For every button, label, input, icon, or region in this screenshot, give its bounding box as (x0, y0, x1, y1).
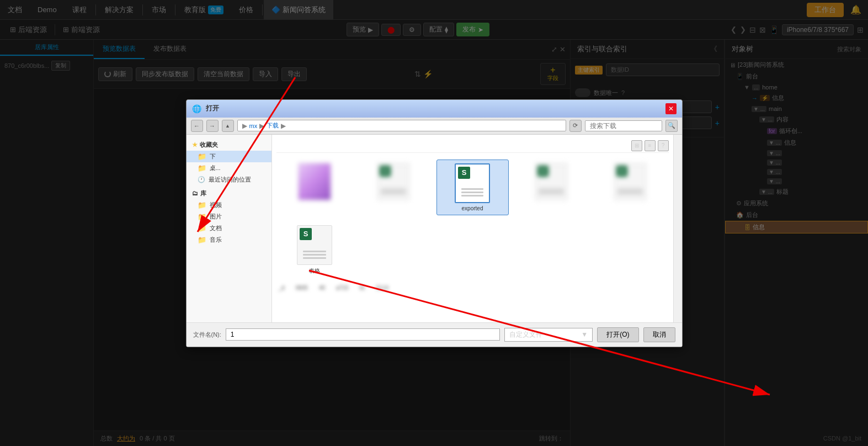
sidebar-item-recent[interactable]: 🕐 最近访问的位置 (187, 174, 271, 185)
bottom-text-3: 40 (319, 285, 325, 291)
folder-music-icon: 📁 (198, 236, 206, 244)
dialog-title-label: 打开 (206, 104, 219, 113)
files-grid: S S (276, 157, 669, 280)
sidebar-item-music[interactable]: 📁 音乐 (187, 234, 271, 246)
files-bottom-row: _d 0605 40 a715 9c 5114 (276, 280, 669, 293)
bottom-text-4: a715 (336, 285, 348, 291)
sidebar-favorites: ★ 收藏夹 📁 下 📁 桌... 🕐 最近访问的位置 (187, 139, 271, 185)
dialog-refresh-button[interactable]: ⟳ (569, 120, 582, 132)
file-item-exported-name: exported (462, 205, 483, 211)
filetype-dropdown[interactable]: 自定义文件 ▼ (504, 328, 593, 342)
dialog-search-button[interactable]: 🔍 (665, 120, 678, 132)
folder-desktop-icon: 📁 (198, 164, 206, 172)
filename-label: 文件名(N): (193, 331, 221, 339)
chrome-logo: 🌐 (192, 104, 201, 113)
bottom-text-5: 9c (359, 285, 365, 291)
dialog-close-button[interactable]: ✕ (665, 103, 677, 114)
file-item-image[interactable] (279, 160, 351, 215)
path-part-mx[interactable]: mx (249, 123, 258, 129)
file-item-excel-1[interactable]: S (358, 160, 430, 215)
dialog-search-input[interactable] (585, 120, 662, 131)
excel-icon-exported: S (455, 163, 490, 203)
dialog-sidebar: ★ 收藏夹 📁 下 📁 桌... 🕐 最近访问的位置 (187, 135, 272, 322)
excel-icon-blurred-3: S (614, 163, 647, 200)
spreadsheet-lines (301, 251, 328, 259)
dialog-main-area: ⊞ ≡ ? S (272, 135, 673, 322)
file-dialog: 🌐 打开 ✕ ← → ▲ ▶ mx ▶ 下载 ▶ ⟳ 🔍 (186, 99, 683, 347)
dialog-path: ▶ mx ▶ 下载 ▶ (237, 120, 566, 131)
file-item-spreadsheet[interactable]: S 表格 (279, 222, 351, 278)
dialog-view-toolbar: ⊞ ≡ ? (276, 139, 669, 153)
dialog-titlebar: 🌐 打开 ✕ (187, 100, 682, 118)
excel-icon-spreadsheet: S (297, 225, 332, 265)
bottom-text-1: _d (279, 285, 285, 291)
folder-video-icon: 📁 (198, 201, 206, 209)
bottom-text-2: 0605 (296, 285, 308, 291)
sidebar-library-header: 🗂 库 (187, 188, 271, 199)
dialog-up-button[interactable]: ▲ (222, 120, 234, 132)
bottom-text-6: 5114 (376, 285, 388, 291)
image-file-icon (298, 163, 331, 200)
dialog-title-area: 🌐 打开 (192, 104, 219, 113)
sidebar-favorites-header: ★ 收藏夹 (187, 139, 271, 151)
sidebar-item-desktop[interactable]: 📁 桌... (187, 162, 271, 174)
path-arrow-1: ▶ (259, 122, 264, 130)
file-item-exported[interactable]: S exported (436, 160, 509, 215)
sidebar-item-video[interactable]: 📁 视频 (187, 199, 271, 211)
sidebar-library: 🗂 库 📁 视频 📁 图片 📁 文档 (187, 188, 271, 246)
dialog-scrollbar[interactable] (673, 135, 682, 322)
spreadsheet-badge: S (300, 228, 312, 240)
dialog-cancel-button[interactable]: 取消 (643, 327, 675, 342)
recent-icon: 🕐 (198, 176, 205, 183)
excel-icon-blurred-2: S (535, 163, 568, 200)
sidebar-item-downloads[interactable]: 📁 下 (187, 151, 271, 162)
dialog-forward-button[interactable]: → (206, 120, 219, 132)
excel-icon-blurred-1: S (377, 163, 410, 200)
file-item-spreadsheet-name: 表格 (309, 267, 320, 275)
dialog-overlay: 🌐 打开 ✕ ← → ▲ ▶ mx ▶ 下载 ▶ ⟳ 🔍 (0, 0, 868, 446)
dialog-body: ★ 收藏夹 📁 下 📁 桌... 🕐 最近访问的位置 (187, 135, 682, 322)
grid-view-button[interactable]: ⊞ (631, 140, 642, 151)
path-part-downloads[interactable]: 下载 (267, 121, 279, 130)
dialog-back-button[interactable]: ← (191, 120, 203, 132)
library-icon: 🗂 (192, 190, 198, 197)
file-item-excel-2[interactable]: S (515, 160, 588, 215)
filename-input[interactable] (226, 328, 500, 341)
sidebar-item-pictures[interactable]: 📁 图片 (187, 211, 271, 222)
folder-pictures-icon: 📁 (198, 213, 206, 221)
help-view-button[interactable]: ? (658, 140, 669, 151)
dropdown-arrow-icon: ▼ (581, 331, 588, 338)
path-separator: ▶ (242, 122, 247, 130)
folder-documents-icon: 📁 (198, 224, 206, 232)
dialog-open-button[interactable]: 打开(O) (597, 327, 638, 342)
sidebar-item-documents[interactable]: 📁 文档 (187, 222, 271, 234)
path-arrow-2: ▶ (281, 122, 286, 130)
file-item-excel-3[interactable]: S (594, 160, 667, 215)
excel-s-badge: S (458, 167, 470, 179)
dialog-toolbar: ← → ▲ ▶ mx ▶ 下载 ▶ ⟳ 🔍 (187, 118, 682, 135)
excel-table-lines (459, 188, 486, 197)
folder-downloads-icon: 📁 (198, 152, 206, 161)
star-icon: ★ (192, 141, 198, 148)
list-view-button[interactable]: ≡ (645, 140, 656, 151)
dialog-footer: 文件名(N): 自定义文件 ▼ 打开(O) 取消 (187, 322, 682, 347)
